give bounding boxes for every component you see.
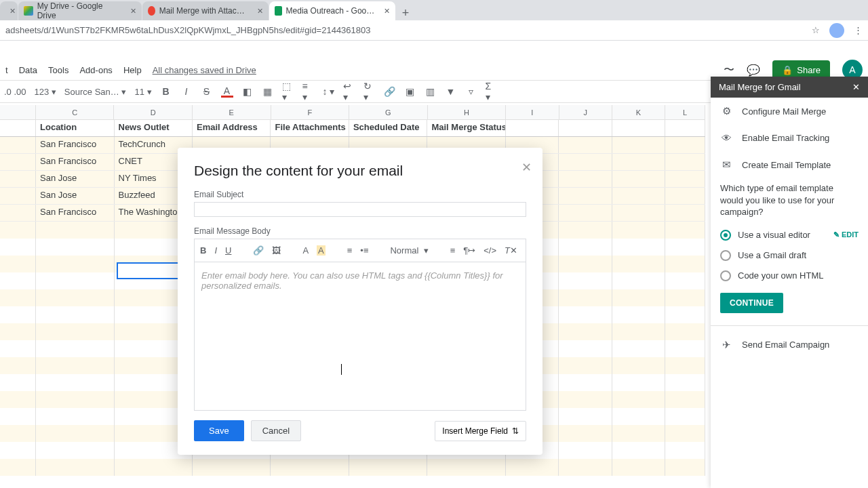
- cell[interactable]: San Jose: [36, 188, 114, 204]
- font-size-select[interactable]: 11 ▾: [134, 87, 151, 97]
- sidebar-item-configure[interactable]: ⚙ Configure Mail Merge: [711, 98, 868, 125]
- strikethrough-icon[interactable]: S: [201, 85, 213, 98]
- menu-item[interactable]: Tools: [48, 65, 68, 75]
- radio-visual-editor[interactable]: Use a visual editor ✎ EDIT: [711, 225, 868, 245]
- filter-views-icon[interactable]: ▿: [465, 85, 477, 98]
- cell[interactable]: San Francisco: [36, 154, 114, 170]
- cancel-button[interactable]: Cancel: [251, 420, 301, 441]
- close-icon[interactable]: ✕: [852, 82, 860, 92]
- new-tab-button[interactable]: +: [396, 6, 415, 20]
- col-letter[interactable]: K: [612, 105, 665, 119]
- direction-icon[interactable]: ¶↦: [463, 245, 475, 256]
- text-color-icon[interactable]: A: [221, 85, 233, 98]
- email-body-textarea[interactable]: Enter email body here. You can also use …: [195, 262, 526, 410]
- kebab-menu-icon[interactable]: ⋮: [854, 25, 863, 35]
- borders-icon[interactable]: ▦: [262, 85, 274, 98]
- col-letter[interactable]: L: [665, 105, 705, 119]
- col-letter[interactable]: G: [349, 105, 428, 119]
- chart-icon[interactable]: ▥: [425, 85, 437, 98]
- mail-icon: ✉: [720, 159, 732, 171]
- format-select[interactable]: Normal ▾: [390, 245, 428, 256]
- menu-item[interactable]: Add-ons: [79, 65, 112, 75]
- italic-icon[interactable]: I: [214, 245, 217, 256]
- star-icon[interactable]: ☆: [812, 25, 820, 35]
- italic-icon[interactable]: I: [180, 85, 193, 98]
- browser-tab-drive[interactable]: My Drive - Google Drive ✕: [18, 1, 142, 20]
- ordered-list-icon[interactable]: ≡: [347, 245, 353, 256]
- format-menu[interactable]: 123 ▾: [35, 87, 56, 97]
- url-input[interactable]: [5, 25, 812, 35]
- col-letter[interactable]: D: [114, 105, 193, 119]
- header-email[interactable]: Email Address: [193, 120, 271, 136]
- menu-item[interactable]: Help: [123, 65, 142, 75]
- comments-icon[interactable]: 💬: [747, 64, 760, 77]
- radio-code-html[interactable]: Code your own HTML: [711, 266, 868, 286]
- close-icon[interactable]: ✕: [257, 7, 263, 16]
- explore-icon[interactable]: 〜: [724, 63, 734, 77]
- profile-avatar-icon[interactable]: [829, 23, 844, 38]
- close-icon[interactable]: ✕: [521, 160, 532, 175]
- sidepanel-question: Which type of email template would you l…: [711, 178, 868, 225]
- sidebar-item-tracking[interactable]: 👁 Enable Email Tracking: [711, 125, 868, 151]
- cell[interactable]: San Francisco: [36, 205, 114, 221]
- functions-icon[interactable]: Σ ▾: [486, 85, 498, 98]
- col-letter[interactable]: H: [428, 105, 507, 119]
- browser-tab-truncated[interactable]: ✕: [0, 1, 18, 20]
- clear-format-icon[interactable]: T✕: [505, 245, 517, 256]
- col-letter[interactable]: [0, 105, 36, 119]
- menu-item[interactable]: Data: [19, 65, 37, 75]
- chevron-updown-icon: ⇅: [512, 426, 519, 436]
- align-icon[interactable]: ≡: [450, 245, 456, 256]
- v-align-icon[interactable]: ↕ ▾: [323, 85, 335, 98]
- code-icon[interactable]: </>: [484, 245, 496, 256]
- link-icon[interactable]: 🔗: [253, 245, 264, 256]
- close-icon[interactable]: ✕: [130, 7, 136, 16]
- radio-icon: [720, 270, 731, 281]
- wrap-icon[interactable]: ↩ ▾: [343, 85, 355, 98]
- menu-item[interactable]: t: [5, 65, 8, 75]
- decimal-buttons[interactable]: .0 .00: [4, 87, 26, 97]
- radio-gmail-draft[interactable]: Use a Gmail draft: [711, 245, 868, 266]
- link-icon[interactable]: 🔗: [384, 85, 396, 98]
- merge-cells-icon[interactable]: ⬚ ▾: [282, 85, 294, 98]
- editor-toolbar: B I U 🔗 🖼 A A ≡ •≡ Normal ▾ ≡ ¶↦ </> T✕: [195, 239, 526, 262]
- col-letter[interactable]: I: [506, 105, 559, 119]
- browser-tab-sheets[interactable]: Media Outreach - Google Sheets ✕: [269, 1, 395, 20]
- col-letter[interactable]: F: [271, 105, 350, 119]
- rotate-icon[interactable]: ↻ ▾: [363, 85, 376, 98]
- header-location[interactable]: Location: [36, 120, 114, 136]
- font-select[interactable]: Source San… ▾: [64, 87, 127, 97]
- col-letter[interactable]: E: [193, 105, 271, 119]
- sidebar-item-template[interactable]: ✉ Create Email Template: [711, 151, 868, 178]
- underline-icon[interactable]: U: [225, 245, 231, 256]
- sidebar-item-send[interactable]: ✈ Send Email Campaign: [711, 331, 868, 359]
- text-color-icon[interactable]: A: [302, 245, 309, 256]
- header-status[interactable]: Mail Merge Status: [427, 120, 505, 136]
- bold-icon[interactable]: B: [160, 85, 172, 98]
- unordered-list-icon[interactable]: •≡: [360, 245, 368, 256]
- col-letter[interactable]: C: [36, 105, 115, 119]
- image-icon[interactable]: 🖼: [272, 245, 281, 256]
- header-attachments[interactable]: File Attachments: [271, 120, 349, 136]
- close-icon[interactable]: ✕: [384, 7, 390, 16]
- sidepanel-title: Mail Merge for Gmail: [719, 82, 801, 92]
- filter-icon[interactable]: ▼: [445, 85, 457, 98]
- header-news-outlet[interactable]: News Outlet: [115, 120, 193, 136]
- header-scheduled[interactable]: Scheduled Date: [349, 120, 427, 136]
- h-align-icon[interactable]: ≡ ▾: [302, 85, 315, 98]
- edit-link[interactable]: ✎ EDIT: [833, 230, 859, 239]
- col-letter[interactable]: J: [559, 105, 612, 119]
- tab-title: Mail Merge with Attachments - G: [159, 6, 249, 16]
- fill-color-icon[interactable]: ◧: [241, 85, 254, 98]
- cell[interactable]: San Francisco: [36, 137, 114, 153]
- close-icon[interactable]: ✕: [9, 7, 16, 16]
- continue-button[interactable]: CONTINUE: [720, 293, 783, 313]
- insert-merge-field-button[interactable]: Insert Merge Field ⇅: [435, 421, 526, 441]
- highlight-icon[interactable]: A: [317, 245, 326, 256]
- bold-icon[interactable]: B: [200, 245, 206, 256]
- cell[interactable]: San Jose: [36, 171, 114, 187]
- browser-tab-mailmerge[interactable]: Mail Merge with Attachments - G ✕: [142, 1, 269, 20]
- save-button[interactable]: Save: [194, 420, 244, 441]
- email-subject-input[interactable]: [194, 202, 526, 217]
- comment-icon[interactable]: ▣: [404, 85, 416, 98]
